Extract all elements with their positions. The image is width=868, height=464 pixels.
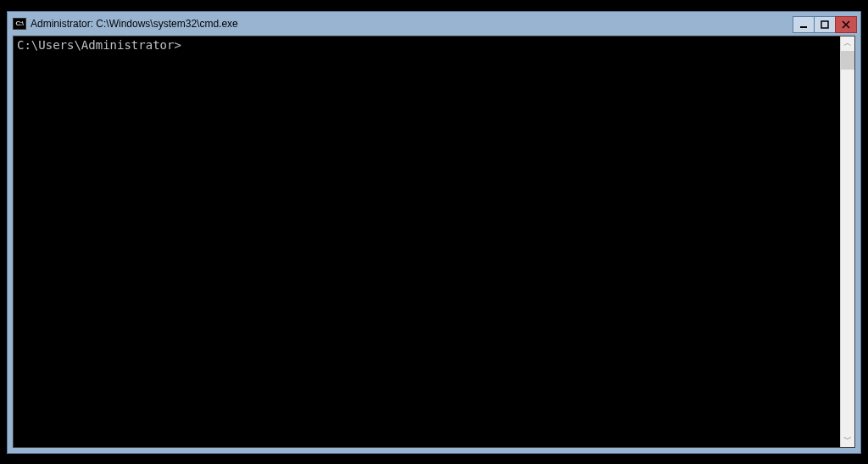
chevron-down-icon: ﹀ — [843, 435, 852, 444]
svg-rect-1 — [821, 21, 828, 28]
console-output[interactable]: C:\Users\Administrator> — [14, 36, 840, 447]
titlebar[interactable]: C:\ Administrator: C:\Windows\system32\c… — [8, 12, 860, 36]
scroll-thumb[interactable] — [841, 51, 854, 70]
maximize-icon — [821, 20, 829, 29]
vertical-scrollbar[interactable]: ︿ ﹀ — [840, 36, 854, 447]
scroll-down-button[interactable]: ﹀ — [841, 433, 854, 447]
svg-rect-0 — [800, 26, 807, 28]
maximize-button[interactable] — [814, 16, 836, 33]
minimize-icon — [799, 20, 808, 29]
scroll-track[interactable] — [841, 51, 854, 433]
chevron-up-icon: ︿ — [843, 39, 852, 48]
minimize-button[interactable] — [793, 16, 815, 33]
close-icon — [842, 20, 850, 29]
cmd-icon: C:\ — [13, 18, 26, 30]
window-controls — [793, 16, 857, 33]
client-area: C:\Users\Administrator> ︿ ﹀ — [13, 36, 855, 448]
scroll-up-button[interactable]: ︿ — [841, 36, 854, 51]
cmd-window: C:\ Administrator: C:\Windows\system32\c… — [7, 11, 861, 454]
prompt-line: C:\Users\Administrator> — [17, 38, 181, 52]
window-title: Administrator: C:\Windows\system32\cmd.e… — [31, 12, 793, 36]
close-button[interactable] — [835, 16, 857, 33]
